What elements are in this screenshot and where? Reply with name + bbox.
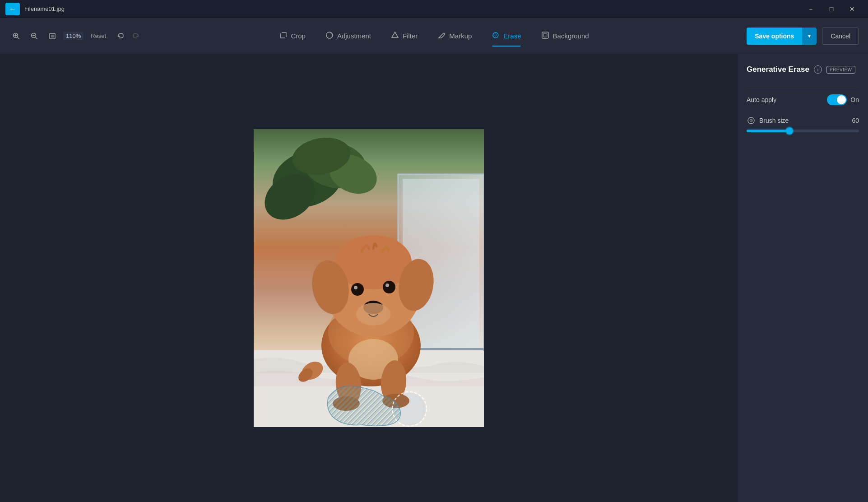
toggle-knob xyxy=(837,95,846,104)
back-button[interactable]: ← xyxy=(5,3,20,15)
svg-rect-14 xyxy=(543,33,547,37)
right-panel: Generative Erase i PREVIEW Auto apply On xyxy=(737,54,868,502)
nav-tabs: Crop Adjustment Filter xyxy=(270,27,598,46)
svg-rect-8 xyxy=(51,35,54,37)
toolbar-left-controls: 110% Reset xyxy=(9,29,143,43)
toolbar-right-controls: Save options ▾ Cancel xyxy=(747,28,859,45)
svg-point-42 xyxy=(383,281,395,293)
brush-size-icon xyxy=(747,116,756,125)
tab-erase[interactable]: Erase xyxy=(483,27,530,46)
brush-size-label: Brush size xyxy=(759,117,789,124)
reset-button[interactable]: Reset xyxy=(87,31,110,41)
markup-tab-icon xyxy=(437,31,446,41)
tab-markup[interactable]: Markup xyxy=(428,27,481,46)
dropdown-icon: ▾ xyxy=(808,33,811,39)
info-icon-label: i xyxy=(817,67,818,72)
titlebar-left: ← Filename01.jpg xyxy=(5,3,65,15)
brush-size-header: Brush size 60 xyxy=(747,116,859,125)
canvas-area[interactable] xyxy=(0,54,737,502)
svg-marker-10 xyxy=(392,32,398,37)
svg-line-1 xyxy=(18,37,19,39)
adjustment-tab-icon xyxy=(325,31,334,41)
tab-adjustment-label: Adjustment xyxy=(337,32,371,40)
save-options-button[interactable]: Save options xyxy=(747,28,802,45)
main-area: Generative Erase i PREVIEW Auto apply On xyxy=(0,54,868,502)
brush-label-container: Brush size xyxy=(747,116,789,125)
window-controls: − □ ✕ xyxy=(800,2,863,16)
tab-adjustment[interactable]: Adjustment xyxy=(316,27,380,46)
auto-apply-toggle[interactable] xyxy=(827,94,847,105)
divider xyxy=(747,87,859,87)
tab-crop-label: Crop xyxy=(291,32,306,40)
svg-point-11 xyxy=(493,33,498,38)
svg-point-48 xyxy=(393,393,426,425)
svg-point-44 xyxy=(385,284,389,287)
auto-apply-row: Auto apply On xyxy=(747,94,859,105)
toggle-state-label: On xyxy=(850,96,859,103)
cancel-button[interactable]: Cancel xyxy=(822,28,859,45)
panel-title: Generative Erase xyxy=(747,65,809,74)
toolbar: 110% Reset xyxy=(0,18,868,54)
tab-background[interactable]: Background xyxy=(532,27,598,46)
background-tab-icon xyxy=(541,31,549,41)
tab-erase-label: Erase xyxy=(503,32,521,40)
crop-tab-icon xyxy=(279,31,287,41)
tab-markup-label: Markup xyxy=(449,32,472,40)
zoom-level: 110% xyxy=(63,32,84,40)
filter-tab-icon xyxy=(391,31,399,41)
tab-filter-label: Filter xyxy=(403,32,418,40)
toggle-container: On xyxy=(827,94,859,105)
save-options-label: Save options xyxy=(755,33,794,40)
brush-size-row: Brush size 60 xyxy=(747,116,859,132)
brush-size-slider-track xyxy=(747,130,859,132)
maximize-button[interactable]: □ xyxy=(821,2,842,16)
panel-header: Generative Erase i PREVIEW xyxy=(747,65,859,74)
auto-apply-label: Auto apply xyxy=(747,96,776,103)
svg-point-41 xyxy=(351,283,364,296)
save-options-group: Save options ▾ xyxy=(747,28,817,45)
save-options-dropdown-button[interactable]: ▾ xyxy=(802,28,817,45)
svg-point-12 xyxy=(494,34,497,37)
svg-point-51 xyxy=(751,120,752,121)
fit-view-button[interactable] xyxy=(45,29,60,43)
preview-badge: PREVIEW xyxy=(826,66,855,74)
tab-filter[interactable]: Filter xyxy=(382,27,427,46)
svg-rect-13 xyxy=(542,32,548,38)
svg-line-5 xyxy=(36,37,37,39)
main-image xyxy=(254,129,484,427)
redo-button[interactable] xyxy=(129,29,143,43)
svg-point-46 xyxy=(356,303,390,325)
undo-redo-group xyxy=(113,29,143,43)
image-container xyxy=(254,129,484,427)
titlebar: ← Filename01.jpg − □ ✕ xyxy=(0,0,868,18)
zoom-out-button[interactable] xyxy=(27,29,42,43)
tab-crop[interactable]: Crop xyxy=(270,27,315,46)
tab-background-label: Background xyxy=(553,32,589,40)
back-icon: ← xyxy=(9,5,16,13)
erase-tab-icon xyxy=(492,31,500,41)
close-button[interactable]: ✕ xyxy=(842,2,863,16)
undo-button[interactable] xyxy=(113,29,128,43)
minimize-button[interactable]: − xyxy=(800,2,821,16)
brush-size-value: 60 xyxy=(852,117,859,124)
file-title: Filename01.jpg xyxy=(24,5,65,12)
zoom-in-button[interactable] xyxy=(9,29,23,43)
svg-point-43 xyxy=(354,286,357,289)
info-icon[interactable]: i xyxy=(814,65,822,74)
